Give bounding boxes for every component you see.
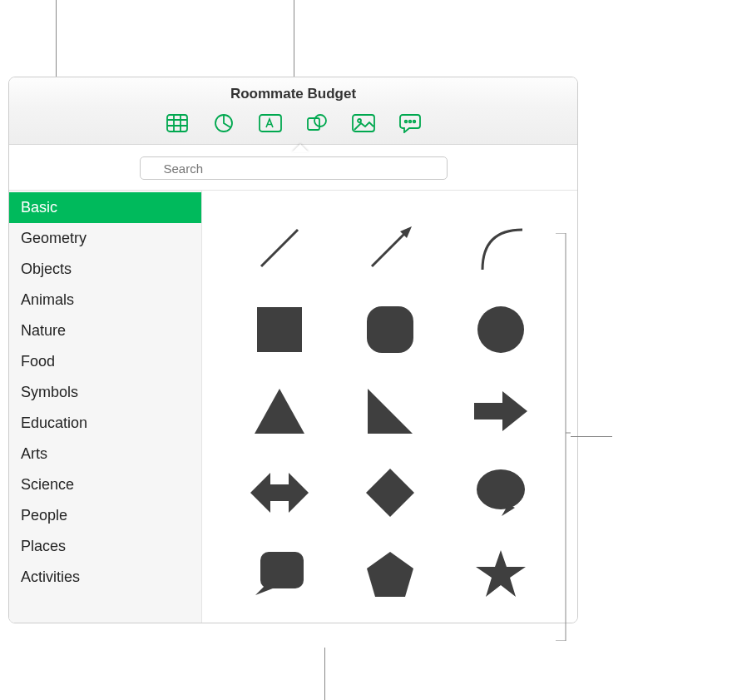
shape-speech-bubble[interactable]	[472, 464, 530, 522]
text-icon	[259, 114, 282, 132]
svg-rect-29	[260, 552, 304, 588]
shape-button[interactable]	[304, 112, 330, 134]
shape-right-triangle[interactable]	[361, 382, 419, 440]
category-sidebar: BasicGeometryObjectsAnimalsNatureFoodSym…	[9, 191, 202, 623]
callout-leader	[571, 436, 612, 437]
page-title: Roommate Budget	[9, 77, 577, 107]
toolbar	[9, 107, 577, 145]
svg-marker-26	[366, 469, 414, 517]
svg-point-12	[408, 121, 411, 123]
sidebar-item-nature[interactable]: Nature	[9, 315, 201, 346]
chart-icon	[214, 113, 234, 133]
callout-bracket	[556, 233, 571, 641]
table-icon	[166, 114, 188, 132]
shape-star[interactable]	[472, 545, 530, 603]
svg-line-17	[372, 233, 405, 266]
shape-circle[interactable]	[472, 300, 530, 359]
shape-triangle[interactable]	[250, 382, 309, 440]
sidebar-item-food[interactable]: Food	[9, 346, 201, 377]
svg-point-8	[314, 115, 326, 127]
svg-rect-19	[257, 307, 302, 352]
shapes-grid	[202, 191, 577, 623]
shape-arrow-bidirectional[interactable]	[250, 464, 309, 522]
sidebar-item-places[interactable]: Places	[9, 531, 201, 562]
sidebar-item-activities[interactable]: Activities	[9, 562, 201, 593]
shape-square[interactable]	[250, 300, 309, 359]
sidebar-item-science[interactable]: Science	[9, 469, 201, 500]
sidebar-item-symbols[interactable]: Symbols	[9, 377, 201, 408]
shape-callout-rect[interactable]	[250, 545, 309, 603]
callout-leader	[324, 648, 325, 700]
shape-arrow-right[interactable]	[472, 382, 530, 440]
sidebar-item-animals[interactable]: Animals	[9, 285, 201, 315]
table-button[interactable]	[164, 112, 190, 134]
svg-marker-25	[250, 473, 309, 513]
svg-marker-22	[255, 389, 304, 434]
svg-rect-0	[167, 115, 187, 132]
shape-line[interactable]	[250, 219, 309, 277]
svg-point-27	[477, 469, 525, 509]
sidebar-item-arts[interactable]: Arts	[9, 439, 201, 469]
chart-button[interactable]	[210, 112, 237, 134]
sidebar-item-basic[interactable]: Basic	[9, 192, 201, 223]
popover-arrow	[292, 144, 309, 152]
svg-line-16	[261, 230, 298, 266]
svg-marker-23	[368, 389, 413, 434]
text-button[interactable]	[257, 112, 284, 134]
comment-button[interactable]	[397, 112, 423, 134]
comment-icon	[399, 113, 421, 133]
svg-rect-6	[260, 115, 281, 132]
svg-marker-32	[476, 550, 526, 597]
media-button[interactable]	[350, 112, 377, 134]
sidebar-item-geometry[interactable]: Geometry	[9, 223, 201, 254]
shape-diamond[interactable]	[361, 464, 419, 522]
sidebar-item-people[interactable]: People	[9, 500, 201, 531]
svg-rect-7	[308, 118, 319, 130]
svg-marker-24	[474, 391, 527, 431]
svg-marker-31	[367, 552, 413, 597]
svg-point-13	[413, 121, 415, 123]
svg-rect-20	[367, 306, 413, 353]
shapes-popover: BasicGeometryObjectsAnimalsNatureFoodSym…	[9, 145, 577, 623]
svg-point-10	[358, 119, 361, 122]
shape-rounded-square[interactable]	[361, 300, 419, 359]
search-input[interactable]	[140, 156, 448, 180]
sidebar-item-education[interactable]: Education	[9, 408, 201, 439]
media-icon	[352, 114, 375, 132]
shape-icon	[306, 113, 328, 133]
popover-body: BasicGeometryObjectsAnimalsNatureFoodSym…	[9, 190, 577, 623]
svg-point-21	[477, 306, 524, 353]
app-window: Roommate Budget BasicGeometry	[8, 77, 578, 623]
sidebar-item-objects[interactable]: Objects	[9, 254, 201, 285]
shape-arrow-line[interactable]	[361, 219, 419, 277]
shape-curve[interactable]	[472, 219, 530, 277]
svg-point-11	[404, 121, 407, 123]
shape-pentagon[interactable]	[361, 545, 419, 603]
